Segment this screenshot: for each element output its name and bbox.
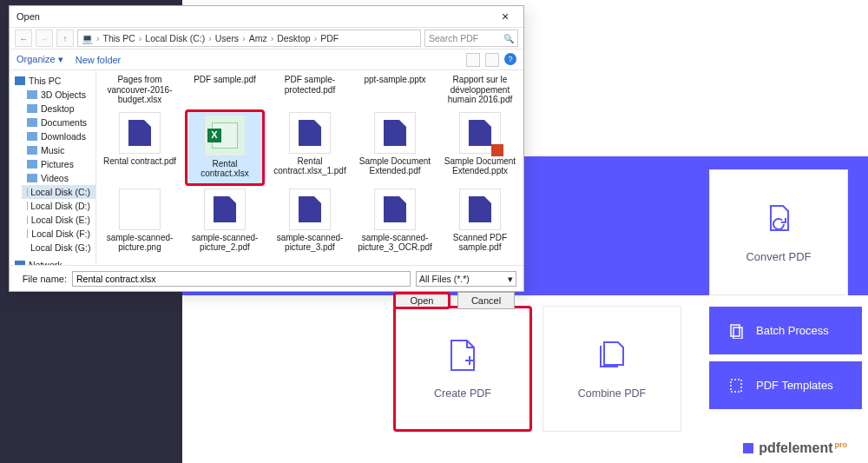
tree-drive[interactable]: Local Disk (G:) xyxy=(22,241,95,255)
file-open-dialog: Open × ← → ↑ 💻 ›This PC ›Local Disk (C:)… xyxy=(9,5,524,292)
file-item[interactable]: sample-scanned-picture_3_OCR.pdf xyxy=(355,186,435,257)
file-item[interactable]: Rapport sur le développement humain 2016… xyxy=(440,72,520,109)
search-icon: 🔍 xyxy=(503,34,514,43)
file-item[interactable]: PDF sample.pdf xyxy=(185,72,265,109)
svg-rect-2 xyxy=(731,380,741,392)
tree-drive[interactable]: Local Disk (C:) xyxy=(22,185,95,199)
file-item[interactable]: Rental contract.pdf xyxy=(100,109,180,186)
view-mode-button[interactable] xyxy=(466,53,480,67)
file-item[interactable]: Sample Document Extended.pptx xyxy=(440,109,520,186)
file-item[interactable]: Pages from vancouver-2016-budget.xlsx xyxy=(100,72,180,109)
create-pdf-label: Create PDF xyxy=(434,387,491,400)
breadcrumb-bar[interactable]: 💻 ›This PC ›Local Disk (C:) ›Users ›Amz … xyxy=(77,30,421,47)
file-item[interactable]: Sample Document Extended.pdf xyxy=(355,109,435,186)
filename-input[interactable] xyxy=(72,271,411,287)
convert-pdf-label: Convert PDF xyxy=(746,250,811,263)
nav-back-button[interactable]: ← xyxy=(15,30,32,47)
tree-drive[interactable]: Local Disk (E:) xyxy=(22,213,95,227)
nav-up-button[interactable]: ↑ xyxy=(56,30,74,47)
open-button[interactable]: Open xyxy=(393,292,450,309)
batch-process-button[interactable]: Batch Process xyxy=(709,307,862,354)
file-item[interactable]: PDF sample-protected.pdf xyxy=(270,72,350,109)
tree-item[interactable]: Documents xyxy=(22,116,95,129)
filename-label: File name: xyxy=(16,274,67,284)
batch-icon xyxy=(728,323,744,339)
tree-drive[interactable]: Local Disk (D:) xyxy=(22,199,95,213)
pdf-templates-label: PDF Templates xyxy=(756,379,833,392)
tree-item[interactable]: Pictures xyxy=(22,157,95,171)
create-icon xyxy=(448,339,477,372)
file-item[interactable]: sample-scanned-picture_3.pdf xyxy=(270,186,350,257)
tree-network[interactable]: Network xyxy=(10,258,95,265)
tree-item[interactable]: Downloads xyxy=(22,129,95,143)
convert-pdf-tile[interactable]: Convert PDF xyxy=(709,169,848,295)
cancel-button[interactable]: Cancel xyxy=(457,292,515,309)
brand-square-icon xyxy=(743,443,753,453)
combine-icon xyxy=(595,339,628,372)
svg-rect-1 xyxy=(733,327,742,339)
file-item[interactable]: sample-scanned-picture.png xyxy=(100,186,180,257)
organize-menu[interactable]: Organize ▾ xyxy=(16,54,63,65)
dialog-close-button[interactable]: × xyxy=(490,7,520,26)
ppt-overlay-icon xyxy=(491,144,503,156)
help-icon[interactable]: ? xyxy=(504,53,516,65)
templates-icon xyxy=(728,378,744,394)
pdf-templates-button[interactable]: PDF Templates xyxy=(709,361,862,409)
tree-this-pc[interactable]: This PC xyxy=(10,74,95,88)
dialog-title: Open xyxy=(16,11,40,22)
search-input[interactable]: Search PDF 🔍 xyxy=(424,30,518,47)
tree-item[interactable]: Music xyxy=(22,143,95,157)
file-item[interactable]: ppt-sample.pptx xyxy=(355,72,435,109)
svg-rect-0 xyxy=(731,325,740,336)
file-item[interactable]: Scanned PDF sample.pdf xyxy=(440,186,520,257)
create-pdf-tile[interactable]: Create PDF xyxy=(393,306,532,432)
batch-process-label: Batch Process xyxy=(756,324,829,337)
preview-pane-button[interactable] xyxy=(485,53,499,67)
combine-pdf-tile[interactable]: Combine PDF xyxy=(542,306,681,432)
chevron-down-icon: ▾ xyxy=(508,274,513,284)
file-item[interactable]: Rental contract.xlsx_1.pdf xyxy=(270,109,350,186)
file-pane[interactable]: Pages from vancouver-2016-budget.xlsx PD… xyxy=(96,70,523,265)
combine-pdf-label: Combine PDF xyxy=(578,387,647,400)
file-item-selected[interactable]: Rental contract.xlsx xyxy=(185,109,265,186)
tree-item[interactable]: 3D Objects xyxy=(22,88,95,102)
brand-logo: pdfelementpro xyxy=(743,440,847,456)
new-folder-button[interactable]: New folder xyxy=(76,55,122,65)
pc-icon: 💻 xyxy=(82,33,93,44)
file-item[interactable]: sample-scanned-picture_2.pdf xyxy=(185,186,265,257)
file-type-filter[interactable]: All Files (*.*)▾ xyxy=(416,271,516,287)
tree-item[interactable]: Desktop xyxy=(22,102,95,116)
nav-tree[interactable]: This PC 3D Objects Desktop Documents Dow… xyxy=(10,70,96,265)
convert-icon xyxy=(762,202,795,235)
tree-item[interactable]: Videos xyxy=(22,171,95,185)
nav-forward-button[interactable]: → xyxy=(36,30,53,47)
tree-drive[interactable]: Local Disk (F:) xyxy=(22,227,95,241)
